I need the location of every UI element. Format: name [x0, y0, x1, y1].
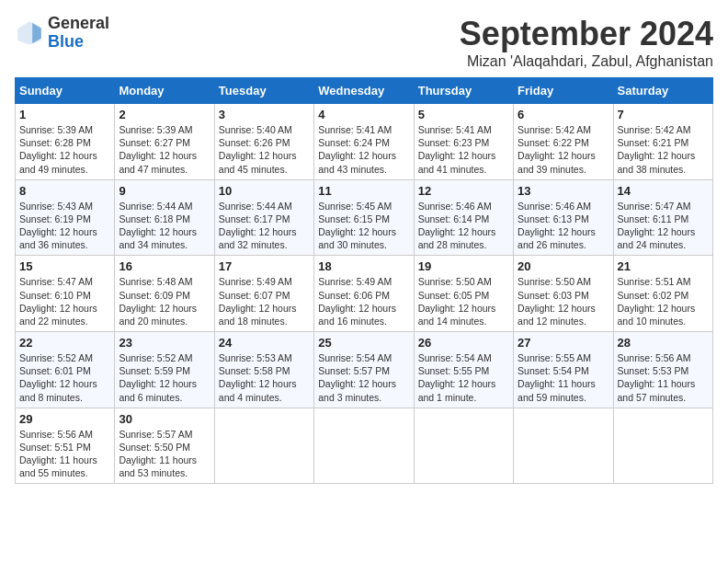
day-number: 17 — [219, 259, 310, 273]
day-info: Sunrise: 5:44 AMSunset: 6:17 PMDaylight:… — [219, 201, 297, 251]
table-row: 28Sunrise: 5:56 AMSunset: 5:53 PMDayligh… — [613, 332, 712, 408]
day-number: 13 — [518, 184, 609, 198]
day-number: 6 — [518, 108, 609, 121]
day-info: Sunrise: 5:54 AMSunset: 5:55 PMDaylight:… — [418, 352, 496, 403]
day-info: Sunrise: 5:41 AMSunset: 6:23 PMDaylight:… — [418, 124, 496, 175]
table-row: 19Sunrise: 5:50 AMSunset: 6:05 PMDayligh… — [414, 256, 513, 332]
day-info: Sunrise: 5:40 AMSunset: 6:26 PMDaylight:… — [219, 124, 297, 175]
logo-icon — [15, 18, 44, 48]
day-number: 24 — [219, 336, 310, 350]
day-info: Sunrise: 5:39 AMSunset: 6:27 PMDaylight:… — [119, 124, 197, 175]
table-row: 11Sunrise: 5:45 AMSunset: 6:15 PMDayligh… — [314, 179, 414, 256]
day-info: Sunrise: 5:52 AMSunset: 6:01 PMDaylight:… — [19, 352, 97, 403]
table-row: 5Sunrise: 5:41 AMSunset: 6:23 PMDaylight… — [414, 104, 513, 180]
day-info: Sunrise: 5:42 AMSunset: 6:22 PMDaylight:… — [518, 124, 596, 175]
table-row: 9Sunrise: 5:44 AMSunset: 6:18 PMDaylight… — [115, 179, 214, 256]
col-sunday: Sunday — [16, 78, 115, 104]
table-row: 13Sunrise: 5:46 AMSunset: 6:13 PMDayligh… — [514, 179, 613, 256]
col-friday: Friday — [514, 78, 613, 104]
col-wednesday: Wednesday — [314, 78, 414, 104]
table-row: 1Sunrise: 5:39 AMSunset: 6:28 PMDaylight… — [16, 104, 115, 180]
day-number: 15 — [19, 259, 110, 273]
table-row: 14Sunrise: 5:47 AMSunset: 6:11 PMDayligh… — [613, 179, 712, 256]
col-saturday: Saturday — [613, 78, 712, 104]
table-row: 25Sunrise: 5:54 AMSunset: 5:57 PMDayligh… — [314, 332, 414, 408]
logo-blue-text: Blue — [48, 32, 84, 51]
calendar-week-row: 8Sunrise: 5:43 AMSunset: 6:19 PMDaylight… — [16, 179, 713, 256]
col-monday: Monday — [115, 78, 214, 104]
page-header: General Blue September 2024 Mizan 'Alaqa… — [15, 15, 713, 70]
day-info: Sunrise: 5:50 AMSunset: 6:05 PMDaylight:… — [418, 276, 496, 327]
table-row: 8Sunrise: 5:43 AMSunset: 6:19 PMDaylight… — [16, 179, 115, 256]
day-number: 22 — [19, 336, 110, 350]
col-tuesday: Tuesday — [214, 78, 313, 104]
day-info: Sunrise: 5:47 AMSunset: 6:10 PMDaylight:… — [19, 276, 97, 327]
table-row: 2Sunrise: 5:39 AMSunset: 6:27 PMDaylight… — [115, 104, 214, 180]
calendar-week-row: 22Sunrise: 5:52 AMSunset: 6:01 PMDayligh… — [16, 332, 713, 408]
table-row: 10Sunrise: 5:44 AMSunset: 6:17 PMDayligh… — [214, 179, 313, 256]
table-row: 16Sunrise: 5:48 AMSunset: 6:09 PMDayligh… — [115, 256, 214, 332]
day-number: 16 — [119, 259, 210, 273]
table-row: 21Sunrise: 5:51 AMSunset: 6:02 PMDayligh… — [613, 256, 712, 332]
table-row: 20Sunrise: 5:50 AMSunset: 6:03 PMDayligh… — [514, 256, 613, 332]
table-row: 7Sunrise: 5:42 AMSunset: 6:21 PMDaylight… — [613, 104, 712, 180]
table-row — [514, 408, 613, 484]
day-number: 7 — [618, 108, 709, 121]
day-number: 11 — [318, 184, 409, 198]
table-row: 22Sunrise: 5:52 AMSunset: 6:01 PMDayligh… — [16, 332, 115, 408]
day-number: 25 — [318, 336, 409, 350]
day-number: 27 — [518, 336, 609, 350]
day-info: Sunrise: 5:56 AMSunset: 5:53 PMDaylight:… — [618, 352, 696, 403]
day-number: 3 — [219, 108, 310, 121]
day-number: 18 — [318, 259, 409, 273]
calendar-week-row: 1Sunrise: 5:39 AMSunset: 6:28 PMDaylight… — [16, 104, 713, 180]
day-number: 14 — [618, 184, 709, 198]
day-info: Sunrise: 5:49 AMSunset: 6:07 PMDaylight:… — [219, 276, 297, 327]
logo-general-text: General — [48, 14, 109, 32]
day-number: 29 — [19, 412, 110, 426]
day-number: 5 — [418, 108, 509, 121]
day-number: 20 — [518, 259, 609, 273]
day-info: Sunrise: 5:44 AMSunset: 6:18 PMDaylight:… — [119, 201, 197, 251]
day-info: Sunrise: 5:42 AMSunset: 6:21 PMDaylight:… — [618, 124, 696, 175]
day-number: 28 — [618, 336, 709, 350]
calendar-header-row: Sunday Monday Tuesday Wednesday Thursday… — [16, 78, 713, 104]
day-info: Sunrise: 5:46 AMSunset: 6:14 PMDaylight:… — [418, 201, 496, 251]
day-info: Sunrise: 5:45 AMSunset: 6:15 PMDaylight:… — [318, 201, 396, 251]
day-info: Sunrise: 5:50 AMSunset: 6:03 PMDaylight:… — [518, 276, 596, 327]
day-number: 21 — [618, 259, 709, 273]
location: Mizan 'Alaqahdari, Zabul, Afghanistan — [460, 53, 713, 70]
col-thursday: Thursday — [414, 78, 513, 104]
day-number: 9 — [119, 184, 210, 198]
day-number: 1 — [19, 108, 110, 121]
calendar-table: Sunday Monday Tuesday Wednesday Thursday… — [15, 77, 713, 484]
table-row: 27Sunrise: 5:55 AMSunset: 5:54 PMDayligh… — [514, 332, 613, 408]
table-row: 24Sunrise: 5:53 AMSunset: 5:58 PMDayligh… — [214, 332, 313, 408]
day-info: Sunrise: 5:52 AMSunset: 5:59 PMDaylight:… — [119, 352, 197, 403]
table-row: 12Sunrise: 5:46 AMSunset: 6:14 PMDayligh… — [414, 179, 513, 256]
day-number: 2 — [119, 108, 210, 121]
day-info: Sunrise: 5:41 AMSunset: 6:24 PMDaylight:… — [318, 124, 396, 175]
day-number: 10 — [219, 184, 310, 198]
table-row — [613, 408, 712, 484]
day-info: Sunrise: 5:49 AMSunset: 6:06 PMDaylight:… — [318, 276, 396, 327]
day-info: Sunrise: 5:39 AMSunset: 6:28 PMDaylight:… — [19, 124, 97, 175]
title-block: September 2024 Mizan 'Alaqahdari, Zabul,… — [460, 15, 713, 70]
table-row: 15Sunrise: 5:47 AMSunset: 6:10 PMDayligh… — [16, 256, 115, 332]
day-number: 4 — [318, 108, 409, 121]
logo: General Blue — [15, 15, 109, 52]
table-row: 3Sunrise: 5:40 AMSunset: 6:26 PMDaylight… — [214, 104, 313, 180]
day-number: 23 — [119, 336, 210, 350]
day-info: Sunrise: 5:56 AMSunset: 5:51 PMDaylight:… — [19, 429, 97, 479]
day-info: Sunrise: 5:47 AMSunset: 6:11 PMDaylight:… — [618, 201, 696, 251]
table-row — [414, 408, 513, 484]
month-title: September 2024 — [460, 15, 713, 53]
table-row: 26Sunrise: 5:54 AMSunset: 5:55 PMDayligh… — [414, 332, 513, 408]
day-info: Sunrise: 5:53 AMSunset: 5:58 PMDaylight:… — [219, 352, 297, 403]
table-row: 4Sunrise: 5:41 AMSunset: 6:24 PMDaylight… — [314, 104, 414, 180]
table-row: 23Sunrise: 5:52 AMSunset: 5:59 PMDayligh… — [115, 332, 214, 408]
calendar-week-row: 15Sunrise: 5:47 AMSunset: 6:10 PMDayligh… — [16, 256, 713, 332]
day-info: Sunrise: 5:46 AMSunset: 6:13 PMDaylight:… — [518, 201, 596, 251]
day-number: 8 — [19, 184, 110, 198]
day-info: Sunrise: 5:55 AMSunset: 5:54 PMDaylight:… — [518, 352, 596, 403]
